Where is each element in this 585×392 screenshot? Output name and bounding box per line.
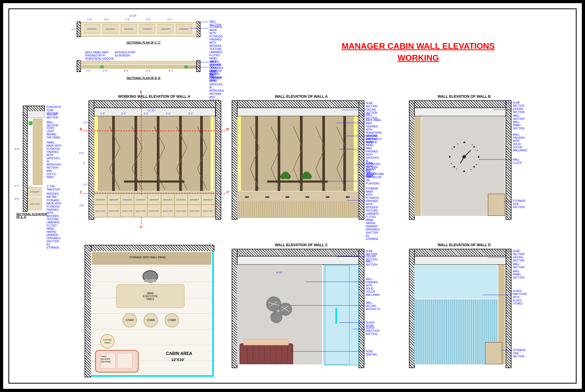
- section-line: [83, 131, 225, 131]
- wall-r: [359, 100, 364, 220]
- pattern: [94, 116, 215, 191]
- leader: [483, 295, 512, 295]
- slab: [232, 100, 364, 108]
- svg-point-15: [473, 166, 475, 168]
- dim: 2'-1": [146, 69, 151, 72]
- plan-title: CABIN AREA: [166, 351, 192, 356]
- note: WALL PANEL SECTION: [513, 270, 524, 279]
- dim: 4'-10": [276, 271, 282, 274]
- dim: 1'-4": [86, 69, 91, 72]
- leader: [198, 22, 209, 22]
- wall-l: [409, 100, 415, 220]
- elev-wb: WALL ELEVATION OF WALL B SLAB SECTION CE…: [409, 96, 519, 223]
- panel: [33, 119, 43, 185]
- planter-icon: [279, 170, 316, 182]
- storage-fluted: [237, 202, 358, 218]
- shutter: SHUTTER: [134, 205, 147, 217]
- note: STORAGE SIDE SECTION: [513, 199, 526, 209]
- drawer: DRAWER: [201, 195, 215, 205]
- leader: [360, 115, 365, 115]
- note: WOODEN STRIP AS BORDER: [115, 51, 136, 57]
- view-title: SECTIONAL PLAN OF B- B': [127, 77, 161, 80]
- note: WALL SECTION: [366, 260, 377, 266]
- mark-C: C: [80, 190, 82, 194]
- view-title: SECTIONAL ELEVATION OF A- A': [16, 213, 48, 219]
- glass-panel-upper: [414, 265, 498, 299]
- leader: [291, 351, 365, 352]
- note: WALL SECTION: [209, 60, 221, 67]
- handles: [237, 196, 358, 198]
- dim: 2'-1": [146, 18, 151, 21]
- note: CEILING SECTION: [46, 113, 62, 119]
- drawer: DRAWER: [94, 195, 107, 205]
- note: SLAB SECTION: [366, 102, 377, 108]
- slab: [89, 100, 221, 108]
- svg-point-11: [478, 156, 479, 158]
- note: CEILING SECTION: [513, 256, 524, 262]
- shutter: SHUTTER: [201, 205, 215, 217]
- svg-point-14: [473, 146, 475, 148]
- svg-point-12: [463, 171, 465, 172]
- slab: [409, 100, 511, 108]
- leader: [353, 251, 365, 251]
- note: WOODEN BATTAN: [46, 192, 62, 199]
- elev-wa-working: WORKING WALL ELEVATION OF WALL A 11'-10"…: [85, 96, 224, 223]
- dim: 2'-1": [167, 18, 172, 21]
- leader: [345, 136, 365, 136]
- leader: [198, 62, 209, 62]
- leader: [493, 110, 512, 110]
- tabletop: [94, 192, 215, 194]
- view-title: WALL ELEVATION OF WALL A: [232, 94, 371, 99]
- svg-point-5: [307, 174, 312, 179]
- shutter: SHUTTER: [188, 205, 201, 217]
- leader: [504, 202, 512, 202]
- wall-decor-icon: [263, 295, 297, 326]
- storage-side: [485, 342, 502, 364]
- wall: [23, 106, 28, 212]
- wall-l: [409, 249, 415, 368]
- svg-line-9: [460, 157, 464, 163]
- leader: [305, 282, 365, 282]
- note: GLASS PARTITION WITH GLASS ITCHED: [513, 290, 526, 305]
- note: WALL FINISHED WITH SOLID COLOR WALLPAINT: [366, 278, 380, 297]
- view-title: WALL ELEVATION OF WALL D: [409, 243, 519, 247]
- dim: 1'-5": [83, 121, 88, 124]
- note: WOODEN STRIP AS BORDER: [366, 135, 378, 144]
- section-bb: BACK PANEL PART FINISHED WITH HORIZONTAL…: [79, 53, 211, 82]
- glass-door: [325, 265, 350, 365]
- elev-wa: WALL ELEVATION OF WALL A SLAB SECTION CE…: [232, 96, 371, 223]
- sofa-top: [244, 339, 289, 345]
- dim: 1'-7": [71, 28, 76, 31]
- leader: [501, 350, 512, 350]
- mark-B: B: [80, 127, 82, 131]
- wall-r: [215, 100, 221, 220]
- ceiling: [236, 256, 359, 265]
- cove: [29, 121, 32, 125]
- leader: [187, 67, 209, 67]
- drawer: DRAWER: [28, 187, 42, 196]
- leader: [328, 181, 365, 181]
- dim: 2'-2": [103, 69, 108, 72]
- plan-wall: [85, 245, 91, 377]
- ceiling: [27, 111, 44, 118]
- svg-point-22: [271, 311, 282, 323]
- drawer: DRAWER: [158, 24, 173, 33]
- svg-point-17: [453, 146, 455, 148]
- mark-C2: C': [226, 190, 230, 194]
- leader: [355, 103, 365, 104]
- note: WALL SECTION: [513, 263, 524, 269]
- dim: 1'-5": [100, 112, 105, 115]
- shutter: SHUTTER: [174, 205, 188, 217]
- dim: 1'-7": [14, 184, 19, 187]
- side-panel: [414, 116, 421, 216]
- ceiling: [236, 107, 359, 116]
- leader: [289, 305, 365, 306]
- sofa-label: TWO SEATER SEATING: [101, 355, 111, 363]
- label: STORAGE WITH WALL PANEL: [129, 256, 166, 259]
- svg-point-13: [449, 156, 451, 158]
- note: CEILING SECTION: [513, 107, 524, 114]
- svg-point-4: [301, 174, 307, 179]
- leader: [504, 251, 512, 251]
- sofa-cushion: [117, 353, 132, 368]
- leader: [347, 200, 365, 200]
